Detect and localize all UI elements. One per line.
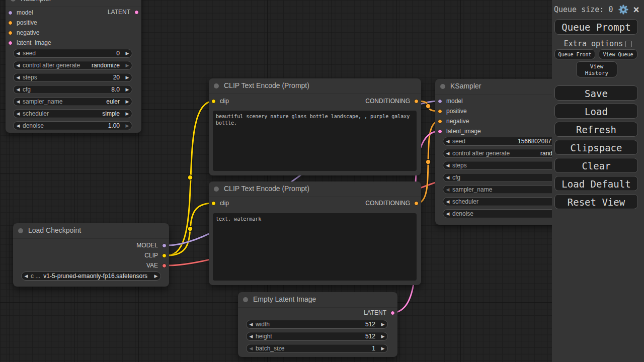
queue-size-value: 0 xyxy=(608,5,613,14)
increment-arrow-icon[interactable]: ▶ xyxy=(123,75,132,80)
increment-arrow-icon[interactable]: ▶ xyxy=(378,346,387,351)
widget-cfg[interactable]: ◀cfg8.0▶ xyxy=(13,85,132,94)
widget-height[interactable]: ◀height512▶ xyxy=(246,332,388,341)
decrement-arrow-icon[interactable]: ◀ xyxy=(247,334,256,339)
collapse-dot-icon[interactable] xyxy=(214,83,219,88)
prompt-textarea[interactable]: text, watermark xyxy=(213,213,417,281)
node-title-bar[interactable]: CLIP Text Encode (Prompt) xyxy=(209,78,421,94)
input-port-clip[interactable] xyxy=(211,99,216,104)
settings-gear-icon[interactable] xyxy=(618,5,628,15)
view-history-button[interactable]: View History xyxy=(576,61,617,77)
widget-steps[interactable]: ◀steps20▶ xyxy=(13,73,132,82)
increment-arrow-icon[interactable]: ▶ xyxy=(378,334,387,339)
queue-front-button[interactable]: Queue Front xyxy=(554,49,595,59)
collapse-dot-icon[interactable] xyxy=(18,228,23,233)
decrement-arrow-icon[interactable]: ◀ xyxy=(443,151,452,156)
save-button[interactable]: Save xyxy=(554,85,638,101)
decrement-arrow-icon[interactable]: ◀ xyxy=(14,99,23,104)
collapse-dot-icon[interactable] xyxy=(214,187,219,192)
input-port-model[interactable] xyxy=(438,99,442,104)
collapse-dot-icon[interactable] xyxy=(243,297,248,302)
increment-arrow-icon[interactable]: ▶ xyxy=(151,274,160,279)
clear-button[interactable]: Clear xyxy=(554,158,638,173)
input-port-latent_image[interactable] xyxy=(8,41,13,45)
node-title-bar[interactable]: Empty Latent Image xyxy=(238,292,397,308)
decrement-arrow-icon[interactable]: ◀ xyxy=(14,111,23,116)
refresh-button[interactable]: Refresh xyxy=(554,122,638,137)
queue-prompt-button[interactable]: Queue Prompt xyxy=(554,19,638,35)
increment-arrow-icon[interactable]: ▶ xyxy=(123,123,132,128)
widget-width[interactable]: ◀width512▶ xyxy=(246,320,388,329)
output-port-clip[interactable] xyxy=(162,253,167,258)
node-ksampler-top[interactable]: KSamplermodelpositivenegativelatent_imag… xyxy=(6,0,141,133)
decrement-arrow-icon[interactable]: ◀ xyxy=(443,211,452,216)
input-port-latent_image[interactable] xyxy=(438,129,442,134)
view-queue-button[interactable]: View Queue xyxy=(599,49,637,59)
input-slot-latent_image: latent_image xyxy=(8,38,51,47)
decrement-arrow-icon[interactable]: ◀ xyxy=(443,139,452,144)
checkpoint-clip-to-negative-prompt-midpoint-dot[interactable] xyxy=(188,226,193,231)
output-port-model[interactable] xyxy=(162,243,167,248)
increment-arrow-icon[interactable]: ▶ xyxy=(378,322,387,327)
widget-label: seed xyxy=(452,138,465,145)
increment-arrow-icon[interactable]: ▶ xyxy=(123,51,132,56)
decrement-arrow-icon[interactable]: ◀ xyxy=(14,123,23,128)
node-title-bar[interactable]: CLIP Text Encode (Prompt) xyxy=(209,182,421,197)
collapse-dot-icon[interactable] xyxy=(11,0,16,2)
input-port-negative[interactable] xyxy=(8,31,13,35)
negative-cond-to-ksampler-midpoint-dot[interactable] xyxy=(426,159,431,164)
output-port-latent[interactable] xyxy=(390,311,395,315)
output-port-latent[interactable] xyxy=(134,10,139,15)
close-menu-icon[interactable]: × xyxy=(633,5,639,15)
output-port-conditioning[interactable] xyxy=(414,99,419,104)
input-port-model[interactable] xyxy=(8,11,13,15)
load-button[interactable]: Load xyxy=(554,104,638,119)
node-empty-latent[interactable]: Empty Latent ImageLATENT◀width512▶◀heigh… xyxy=(238,292,397,357)
output-label: CONDITIONING xyxy=(365,200,410,207)
prompt-textarea[interactable]: beautiful scenery nature glass bottle la… xyxy=(213,111,417,171)
widget-control-after-generate[interactable]: ◀control after generaterandomize▶ xyxy=(13,61,132,70)
widget-label: steps xyxy=(452,162,467,169)
input-port-clip[interactable] xyxy=(211,201,216,206)
increment-arrow-icon[interactable]: ▶ xyxy=(123,87,132,92)
output-port-vae[interactable] xyxy=(162,263,167,268)
widget-c-[interactable]: ◀c ...v1-5-pruned-emaonly-fp16.safetenso… xyxy=(21,272,161,281)
decrement-arrow-icon[interactable]: ◀ xyxy=(443,199,452,204)
increment-arrow-icon[interactable]: ▶ xyxy=(123,99,132,104)
increment-arrow-icon[interactable]: ▶ xyxy=(123,111,132,116)
widget-seed[interactable]: ◀seed0▶ xyxy=(13,49,132,58)
node-load-checkpoint[interactable]: Load CheckpointMODELCLIPVAE◀c ...v1-5-pr… xyxy=(13,223,169,287)
decrement-arrow-icon[interactable]: ◀ xyxy=(14,75,23,80)
widget-sampler-name[interactable]: ◀sampler_nameeuler▶ xyxy=(13,97,132,106)
positive-cond-to-ksampler-midpoint-dot[interactable] xyxy=(426,104,431,109)
widget-denoise[interactable]: ◀denoise1.00▶ xyxy=(13,121,132,130)
extra-options-checkbox[interactable] xyxy=(625,41,632,47)
decrement-arrow-icon[interactable]: ◀ xyxy=(443,187,452,192)
decrement-arrow-icon[interactable]: ◀ xyxy=(443,163,452,168)
clipspace-button[interactable]: Clipspace xyxy=(554,140,638,155)
widget-label: scheduler xyxy=(452,198,478,205)
reset-view-button[interactable]: Reset View xyxy=(554,194,638,209)
decrement-arrow-icon[interactable]: ◀ xyxy=(22,274,31,279)
decrement-arrow-icon[interactable]: ◀ xyxy=(14,51,23,56)
node-title-bar[interactable]: KSampler xyxy=(6,0,141,7)
input-port-positive[interactable] xyxy=(8,21,13,25)
node-graph-canvas[interactable]: KSamplermodelpositivenegativelatent_imag… xyxy=(0,0,644,362)
increment-arrow-icon[interactable]: ▶ xyxy=(123,63,132,68)
decrement-arrow-icon[interactable]: ◀ xyxy=(14,87,23,92)
collapse-dot-icon[interactable] xyxy=(440,84,445,89)
output-port-conditioning[interactable] xyxy=(414,201,419,206)
checkpoint-clip-to-positive-prompt-midpoint-dot[interactable] xyxy=(188,175,193,180)
decrement-arrow-icon[interactable]: ◀ xyxy=(443,175,452,180)
decrement-arrow-icon[interactable]: ◀ xyxy=(14,63,23,68)
node-clip-negative[interactable]: CLIP Text Encode (Prompt)clipCONDITIONIN… xyxy=(209,182,421,285)
node-clip-positive[interactable]: CLIP Text Encode (Prompt)clipCONDITIONIN… xyxy=(209,78,421,175)
widget-scheduler[interactable]: ◀schedulersimple▶ xyxy=(13,109,132,118)
input-port-negative[interactable] xyxy=(438,119,442,124)
load-default-button[interactable]: Load Default xyxy=(554,176,638,191)
decrement-arrow-icon[interactable]: ◀ xyxy=(247,346,256,351)
widget-batch-size[interactable]: ◀batch_size1▶ xyxy=(246,344,388,353)
node-title-bar[interactable]: Load Checkpoint xyxy=(13,223,169,239)
decrement-arrow-icon[interactable]: ◀ xyxy=(247,322,256,327)
input-port-positive[interactable] xyxy=(438,109,442,114)
